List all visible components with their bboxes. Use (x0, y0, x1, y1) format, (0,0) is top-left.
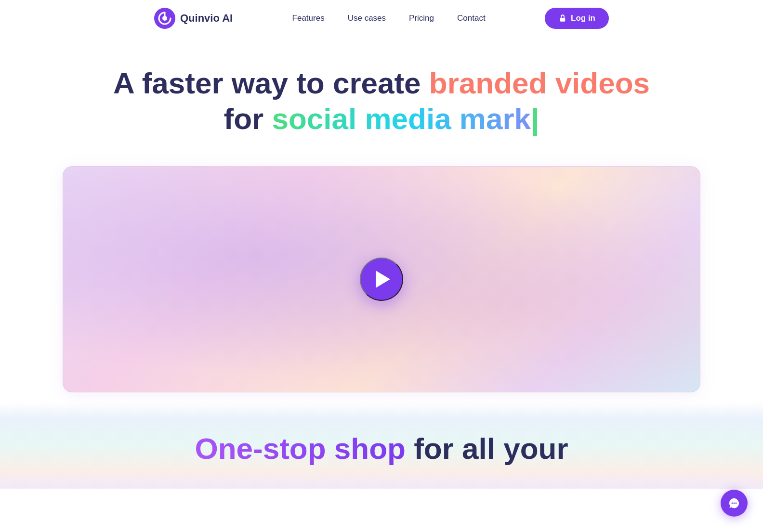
login-label: Log in (571, 13, 595, 23)
bottom-section: One-stop shop for all your (0, 402, 763, 489)
chat-bubble-button[interactable] (721, 490, 748, 517)
lock-icon (558, 14, 567, 23)
play-icon (376, 271, 390, 288)
hero-title-for: for (224, 102, 272, 135)
cursor: | (531, 102, 539, 135)
bottom-title: One-stop shop for all your (96, 431, 667, 467)
hero-title: A faster way to create branded videos fo… (96, 65, 667, 137)
logo-area[interactable]: Quinvio AI (154, 8, 233, 29)
svg-point-5 (736, 503, 737, 504)
svg-point-4 (734, 503, 735, 504)
nav-link-features[interactable]: Features (292, 13, 325, 23)
bottom-title-static: for all your (406, 432, 568, 465)
hero-title-line1: A faster way to create branded videos (96, 65, 667, 101)
video-container (63, 166, 700, 392)
svg-rect-2 (560, 18, 566, 22)
nav-links: Features Use cases Pricing Contact (292, 13, 486, 23)
nav-link-contact[interactable]: Contact (457, 13, 486, 23)
svg-point-3 (732, 503, 733, 504)
bottom-title-highlight: One-stop shop (195, 432, 405, 465)
logo-text: Quinvio AI (180, 12, 233, 25)
hero-section: A faster way to create branded videos fo… (0, 37, 763, 156)
navbar: Quinvio AI Features Use cases Pricing Co… (0, 0, 763, 37)
nav-link-pricing[interactable]: Pricing (409, 13, 434, 23)
hero-title-branded: branded videos (429, 66, 650, 100)
hero-title-line1-static: A faster way to create (113, 66, 429, 100)
hero-title-line2: for social media mark| (96, 101, 667, 137)
nav-link-use-cases[interactable]: Use cases (348, 13, 386, 23)
hero-title-social: social media mark| (272, 102, 539, 135)
play-button[interactable] (360, 258, 403, 301)
chat-icon (728, 497, 740, 509)
login-button[interactable]: Log in (545, 8, 609, 29)
logo-icon (154, 8, 175, 29)
